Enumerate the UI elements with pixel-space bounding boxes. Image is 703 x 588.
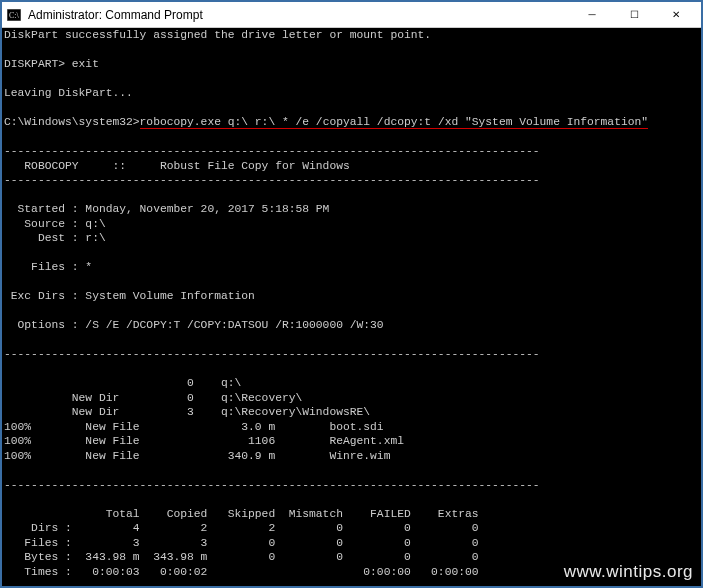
output-line: 100% New File 1106 ReAgent.xml: [4, 435, 404, 447]
stats-files: Files : 3 3 0 0 0 0: [4, 537, 479, 549]
output-line: 100% New File 340.9 m Winre.wim: [4, 450, 390, 462]
window-controls: ─ ☐ ✕: [571, 3, 697, 27]
output-line: 0 q:\: [4, 377, 241, 389]
output-line: Started : Monday, November 20, 2017 5:18…: [4, 203, 329, 215]
window-title: Administrator: Command Prompt: [28, 8, 571, 22]
output-line: DiskPart successfully assigned the drive…: [4, 29, 431, 41]
stats-dirs: Dirs : 4 2 2 0 0 0: [4, 522, 479, 534]
output-line: 100% New File 3.0 m boot.sdi: [4, 421, 384, 433]
output-line: Dest : r:\: [4, 232, 106, 244]
cmd-icon: C:\: [6, 7, 22, 23]
titlebar[interactable]: C:\ Administrator: Command Prompt ─ ☐ ✕: [2, 2, 701, 28]
output-line: Source : q:\: [4, 218, 106, 230]
close-button[interactable]: ✕: [655, 3, 697, 27]
dash-line: ----------------------------------------…: [4, 174, 540, 186]
command-prompt-window: C:\ Administrator: Command Prompt ─ ☐ ✕ …: [0, 0, 703, 588]
output-line: Files : *: [4, 261, 92, 273]
minimize-button[interactable]: ─: [571, 3, 613, 27]
dash-line: ----------------------------------------…: [4, 348, 540, 360]
watermark-text: www.wintips.org: [564, 562, 693, 582]
output-line: New Dir 3 q:\Recovery\WindowsRE\: [4, 406, 370, 418]
dash-line: ----------------------------------------…: [4, 145, 540, 157]
robocopy-header: ROBOCOPY :: Robust File Copy for Windows: [4, 160, 553, 172]
stats-header: Total Copied Skipped Mismatch FAILED Ext…: [4, 508, 479, 520]
output-line: Options : /S /E /DCOPY:T /COPY:DATSOU /R…: [4, 319, 390, 331]
terminal-output[interactable]: DiskPart successfully assigned the drive…: [2, 28, 701, 586]
output-line: Leaving DiskPart...: [4, 87, 133, 99]
maximize-button[interactable]: ☐: [613, 3, 655, 27]
output-line: New Dir 0 q:\Recovery\: [4, 392, 302, 404]
stats-times: Times : 0:00:03 0:00:02 0:00:00 0:00:00: [4, 566, 479, 578]
robocopy-command: robocopy.exe q:\ r:\ * /e /copyall /dcop…: [140, 116, 648, 129]
dash-line: ----------------------------------------…: [4, 479, 540, 491]
prompt-path: C:\Windows\system32>: [4, 116, 140, 128]
stats-bytes: Bytes : 343.98 m 343.98 m 0 0 0 0: [4, 551, 479, 563]
svg-text:C:\: C:\: [9, 11, 20, 20]
output-line: Exc Dirs : System Volume Information: [4, 290, 255, 302]
output-line: DISKPART> exit: [4, 58, 99, 70]
